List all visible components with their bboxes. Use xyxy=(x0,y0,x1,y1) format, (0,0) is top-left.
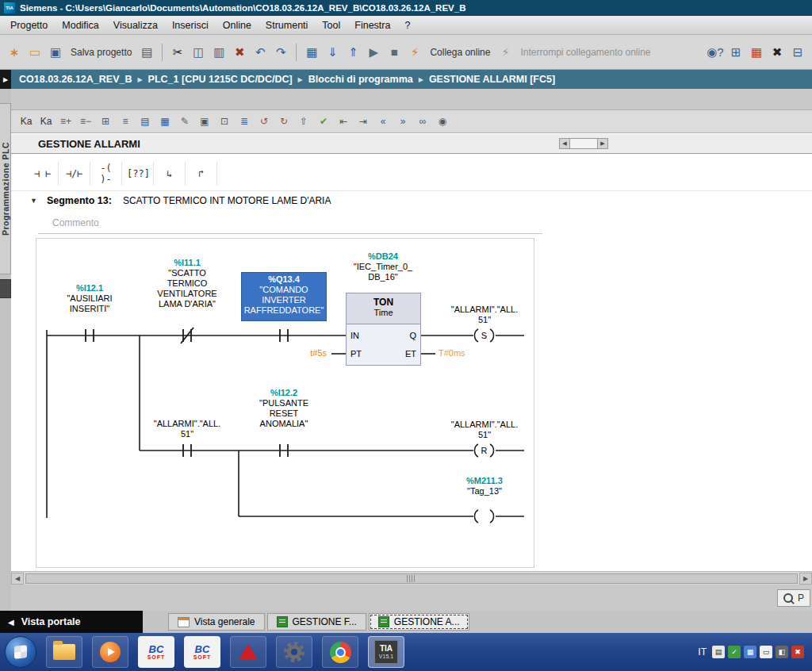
tab-vista-generale[interactable]: Vista generale xyxy=(168,613,265,631)
tia-portal-taskbar-icon[interactable]: TIA V15.1 xyxy=(368,636,404,668)
contact-address[interactable]: %I11.1 xyxy=(140,258,235,268)
pt-value[interactable]: t#5s xyxy=(271,348,327,359)
bcsoft-app-icon-2[interactable]: BC SOFT xyxy=(184,636,220,668)
reset-coil-operator[interactable]: R xyxy=(481,446,488,455)
set-coil-operator[interactable]: S xyxy=(481,331,487,340)
menu-strumenti[interactable]: Strumenti xyxy=(259,20,316,31)
et-value[interactable]: T#0ms xyxy=(439,348,494,359)
absolute-operands-icon[interactable]: Ka xyxy=(17,113,35,130)
undo-icon[interactable]: ↶ xyxy=(251,43,270,62)
horizontal-scrollbar[interactable]: ◀ ▶ xyxy=(11,571,812,585)
statement-view-icon[interactable]: ≣ xyxy=(236,113,253,130)
pin-et[interactable]: ET xyxy=(405,349,416,359)
tray-display-icon[interactable]: ▭ xyxy=(760,646,772,658)
reset-coil-tag-name[interactable]: "ALLARMI"."ALL. 51" xyxy=(437,420,532,440)
open-project-icon[interactable]: ▭ xyxy=(25,43,44,62)
selected-contact-label[interactable]: %Q13.4 "COMANDO INVERTER RAFFREDDATORE" xyxy=(241,272,327,321)
scrollbar-thumb[interactable] xyxy=(25,573,798,584)
mini-scrollbar-track[interactable] xyxy=(570,138,597,149)
pin-in[interactable]: IN xyxy=(350,331,359,341)
pin-q[interactable]: Q xyxy=(409,331,416,341)
breadcrumb-block[interactable]: GESTIONE ALLARMI [FC5] xyxy=(429,74,555,85)
open-all-networks-icon[interactable]: ▤ xyxy=(136,113,154,130)
pin-pt[interactable]: PT xyxy=(350,349,362,359)
tab-gestione-a[interactable]: GESTIONE A... xyxy=(369,613,469,631)
start-cpu-icon[interactable]: ▶ xyxy=(364,43,383,62)
stop-cpu-icon[interactable]: ■ xyxy=(385,43,404,62)
segment-comment[interactable]: Commento xyxy=(52,217,99,228)
contact-tag-name[interactable]: "AUSILIARI INSERITI" xyxy=(42,293,137,314)
cut-icon[interactable]: ✂ xyxy=(168,43,187,62)
menu-finestra[interactable]: Finestra xyxy=(347,20,397,31)
consistency-check-icon[interactable]: ✔ xyxy=(315,113,332,130)
insert-network-icon[interactable]: ⊞ xyxy=(97,113,114,130)
prev-segment-icon[interactable]: « xyxy=(374,113,392,130)
download-to-device-icon[interactable]: ⇓ xyxy=(323,43,342,62)
next-segment-icon[interactable]: » xyxy=(394,113,412,130)
collapse-triangle-icon[interactable]: ▼ xyxy=(30,197,37,205)
settings-gear-icon[interactable] xyxy=(276,636,312,668)
cross-reference-icon[interactable]: ▦ xyxy=(747,43,766,62)
tray-exit-icon[interactable]: ✖ xyxy=(791,646,804,658)
portal-view-button[interactable]: ◀ Vista portale xyxy=(0,611,143,633)
jump-start-icon[interactable]: ⇤ xyxy=(335,113,352,130)
scroll-left-icon[interactable]: ◀ xyxy=(559,138,570,149)
empty-box-icon[interactable]: ⊡ xyxy=(216,113,233,130)
upload-from-device-icon[interactable]: ⇑ xyxy=(343,43,362,62)
link-calls-icon[interactable]: ∞ xyxy=(414,113,431,130)
comment-toggle-icon[interactable]: ✎ xyxy=(176,113,193,130)
contact-tag-name[interactable]: "COMANDO INVERTER RAFFREDDATORE" xyxy=(242,285,326,316)
accessible-devices-icon[interactable]: ◉? xyxy=(706,43,725,62)
tab-gestione-f[interactable]: GESTIONE F... xyxy=(267,613,366,631)
connect-online-icon[interactable]: ⚡ xyxy=(405,43,424,62)
close-all-networks-icon[interactable]: ▦ xyxy=(156,113,174,130)
goto-error-next-icon[interactable]: ↻ xyxy=(275,113,293,130)
panel-expand-icon[interactable]: ▶ xyxy=(0,70,11,89)
contact-address[interactable]: %I12.1 xyxy=(42,283,137,293)
scroll-right-icon[interactable]: ▶ xyxy=(597,138,608,149)
coil-tool-icon[interactable]: -( )- xyxy=(90,162,122,186)
delete-icon[interactable]: ✖ xyxy=(230,43,249,62)
bcsoft-app-icon[interactable]: BC SOFT xyxy=(138,636,174,668)
tray-volume-icon[interactable]: ◧ xyxy=(776,646,788,658)
empty-box-tool-icon[interactable]: [??] xyxy=(122,162,154,186)
contact-tag-name[interactable]: "SCATTO TERMICO VENTILATORE LAMA D'ARIA" xyxy=(140,268,235,309)
menu-visualizza[interactable]: Visualizza xyxy=(106,20,165,31)
copy-icon[interactable]: ◫ xyxy=(189,43,208,62)
scroll-right-icon[interactable]: ▶ xyxy=(799,573,812,585)
media-player-icon[interactable] xyxy=(92,636,128,668)
file-explorer-icon[interactable] xyxy=(46,636,82,668)
save-project-label[interactable]: Salva progetto xyxy=(71,47,132,58)
start-button[interactable] xyxy=(5,636,36,668)
new-project-icon[interactable]: ∗ xyxy=(5,43,24,62)
menu-modifica[interactable]: Modifica xyxy=(55,20,106,31)
monitoring-glasses-icon[interactable]: ◉ xyxy=(434,113,451,130)
acrobat-reader-icon[interactable] xyxy=(230,636,266,668)
breadcrumb-project[interactable]: CO18.03.26.12A_REV_B xyxy=(19,74,132,85)
symbolic-operands-icon[interactable]: Ka xyxy=(37,113,55,130)
set-coil-tag-name[interactable]: "ALLARMI"."ALL. 51" xyxy=(437,305,532,325)
timer-db-name[interactable]: "IEC_Timer_0_ DB_16" xyxy=(335,262,431,282)
tray-language-label[interactable]: IT xyxy=(698,646,707,658)
network-list-icon[interactable]: ≡ xyxy=(117,113,134,130)
scroll-left-icon[interactable]: ◀ xyxy=(11,573,24,585)
chrome-icon[interactable] xyxy=(322,636,358,668)
update-calls-icon[interactable]: ⇧ xyxy=(295,113,312,130)
nc-contact-tool-icon[interactable]: ⊣/⊢ xyxy=(59,162,90,186)
open-branch-tool-icon[interactable]: ↳ xyxy=(154,162,186,186)
compile-icon[interactable]: ▦ xyxy=(302,43,321,62)
insert-row-icon[interactable]: ≡+ xyxy=(57,113,75,130)
breadcrumb-program-blocks[interactable]: Blocchi di programma xyxy=(308,74,413,85)
redo-icon[interactable]: ↷ xyxy=(271,43,290,62)
menu-online[interactable]: Online xyxy=(216,20,259,31)
goto-error-prev-icon[interactable]: ↺ xyxy=(255,113,273,130)
contact-address[interactable]: %Q13.4 xyxy=(242,274,326,285)
contact-tag-name[interactable]: "ALLARMI"."ALL. 51" xyxy=(140,419,235,439)
tray-network-icon[interactable]: ▦ xyxy=(744,646,756,658)
close-branch-tool-icon[interactable]: ↱ xyxy=(186,162,217,186)
sidebar-tab-programmazione-plc[interactable]: Programmazione PLC xyxy=(0,103,11,274)
sidebar-tab-collapsed[interactable] xyxy=(0,279,11,298)
contact-tag-name[interactable]: "PULSANTE RESET ANOMALIA" xyxy=(236,398,331,429)
menu-tool[interactable]: Tool xyxy=(315,20,347,31)
contact-address[interactable]: %I12.2 xyxy=(236,388,331,398)
